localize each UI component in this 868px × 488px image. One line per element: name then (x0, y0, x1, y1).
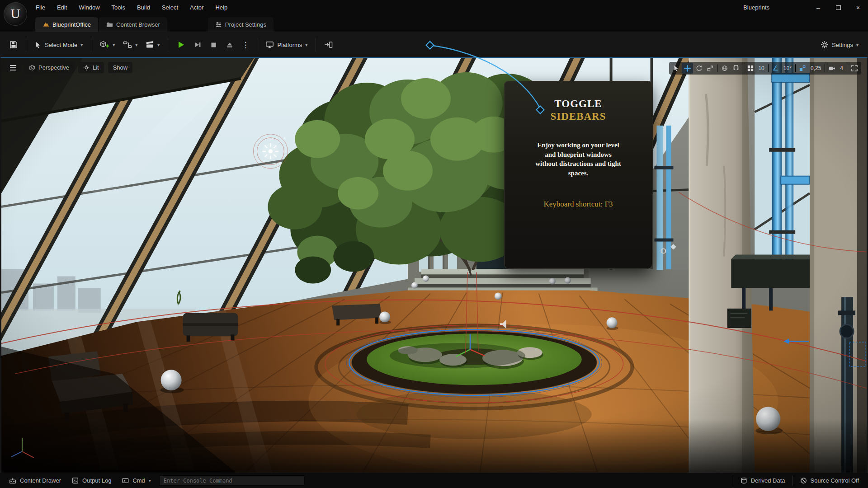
monitor-icon (265, 41, 274, 49)
tab-label: Content Browser (116, 21, 160, 28)
sliders-icon (215, 21, 222, 28)
add-cube-icon (99, 40, 109, 49)
maximize-viewport-icon (851, 65, 858, 71)
output-log-label: Output Log (82, 477, 111, 484)
scale-tool[interactable] (704, 63, 716, 74)
menu-actor[interactable]: Actor (184, 0, 209, 15)
source-control-button[interactable]: Source Control Off (795, 473, 864, 488)
cinematics-button[interactable]: ▾ (142, 38, 164, 52)
move-tool[interactable] (682, 63, 693, 74)
maximize-viewport-button[interactable] (849, 63, 860, 74)
play-button[interactable] (172, 37, 189, 52)
select-mode-dropdown[interactable]: Select Mode ▾ (30, 38, 87, 52)
tutorial-title: TOGGLE (504, 98, 652, 110)
select-tool[interactable] (670, 63, 682, 74)
menubar-right: Blueprints – × (743, 0, 868, 15)
cmd-dropdown[interactable]: Cmd ▾ (117, 473, 156, 488)
save-icon (9, 41, 18, 49)
scale-snap-toggle[interactable] (797, 63, 808, 74)
maximize-button[interactable] (828, 0, 848, 15)
tab-project-settings[interactable]: Project Settings (208, 17, 274, 32)
platforms-dropdown[interactable]: Platforms ▾ (261, 38, 311, 52)
add-actor-button[interactable]: ▾ (95, 37, 119, 52)
menu-items: File Edit Window Tools Build Select Acto… (30, 0, 233, 15)
close-button[interactable]: × (848, 0, 868, 15)
rotate-tool[interactable] (693, 63, 704, 74)
menu-window[interactable]: Window (73, 0, 105, 15)
tab-label: Project Settings (225, 21, 266, 28)
grid-icon (747, 65, 754, 71)
chevron-down-icon: ▾ (80, 42, 83, 47)
source-control-label: Source Control Off (811, 477, 859, 484)
unreal-logo[interactable]: U (4, 2, 27, 26)
blueprints-button[interactable]: ▾ (119, 38, 142, 52)
console-command-input[interactable] (159, 475, 305, 486)
viewport-toolbar-separator (825, 64, 825, 72)
skip-frame-icon (193, 41, 202, 49)
grid-snap-value[interactable]: 10 (756, 65, 766, 71)
move-icon (684, 65, 691, 72)
scale-snap-value[interactable]: 0,25 (808, 65, 823, 71)
viewport-toolbar-separator (847, 64, 847, 72)
angle-icon: ∠ (773, 64, 778, 72)
rotation-snap-value[interactable]: 10° (781, 65, 794, 71)
tab-content-browser[interactable]: Content Browser (99, 17, 167, 32)
unreal-logo-glyph: U (10, 6, 20, 21)
cmd-label: Cmd (132, 477, 145, 484)
derived-data-button[interactable]: Derived Data (735, 473, 791, 488)
lit-icon (83, 65, 90, 71)
lit-mode-dropdown[interactable]: Lit (78, 62, 104, 73)
grid-snap-toggle[interactable] (745, 63, 756, 74)
blueprint-icon (123, 41, 132, 49)
play-options-menu[interactable]: ⋮ (238, 40, 253, 50)
derived-data-label: Derived Data (751, 477, 785, 484)
main-toolbar: Select Mode ▾ ▾ ▾ ▾ ⋮ (0, 32, 868, 57)
viewport-controls-left: Perspective Lit Show (6, 62, 132, 73)
menu-file[interactable]: File (30, 0, 51, 15)
stop-icon (210, 41, 217, 49)
content-drawer-button[interactable]: Content Drawer (4, 473, 66, 488)
clapperboard-icon (146, 41, 154, 49)
camera-speed-value[interactable]: 4 (838, 65, 845, 71)
rotation-snap-toggle[interactable]: ∠ (770, 63, 781, 74)
camera-speed-control[interactable] (826, 63, 838, 74)
show-flags-dropdown[interactable]: Show (108, 62, 133, 73)
surface-snap-toggle[interactable] (730, 63, 741, 74)
menu-tools[interactable]: Tools (106, 0, 131, 15)
frame-skip-button[interactable] (189, 38, 206, 52)
menu-help[interactable]: Help (209, 0, 233, 15)
output-log-button[interactable]: Output Log (66, 473, 117, 488)
minimize-button[interactable]: – (808, 0, 828, 15)
eject-button[interactable] (222, 38, 238, 52)
menu-select[interactable]: Select (156, 0, 184, 15)
save-button[interactable] (5, 38, 22, 52)
level-viewport[interactable]: Perspective Lit Show (0, 57, 868, 473)
content-drawer-label: Content Drawer (20, 477, 61, 484)
perspective-dropdown[interactable]: Perspective (24, 62, 74, 73)
tutorial-shortcut: Keyboard shortcut: F3 (504, 200, 652, 209)
toolbar-separator (316, 38, 316, 52)
menu-edit[interactable]: Edit (51, 0, 73, 15)
perspective-cube-icon (29, 65, 35, 71)
viewport-scene[interactable] (1, 58, 867, 473)
statusbar-separator (793, 476, 793, 486)
stop-button[interactable] (206, 38, 222, 52)
vignette (1, 58, 867, 473)
status-bar: Content Drawer Output Log Cmd ▾ Derived … (0, 473, 868, 488)
toggle-sidebars-button[interactable] (320, 38, 337, 52)
rotate-ic (696, 65, 702, 71)
tutorial-body: Enjoy working on your level and blueprin… (535, 141, 622, 178)
scale-icon (707, 65, 713, 71)
world-space-toggle[interactable] (719, 63, 730, 74)
tab-blueprint-office[interactable]: BlueprintOffice (35, 17, 98, 32)
viewport-options-menu[interactable] (6, 63, 20, 73)
settings-dropdown[interactable]: Settings ▾ (816, 38, 863, 52)
statusbar-separator (733, 476, 733, 486)
chevron-down-icon: ▾ (149, 478, 151, 483)
toolbar-separator (257, 38, 257, 52)
viewport-controls-right: 10 ∠ 10° 0,25 4 (669, 62, 861, 75)
menu-build[interactable]: Build (131, 0, 156, 15)
tutorial-popup: TOGGLE SIDEBARS Enjoy working on your le… (504, 81, 652, 269)
chevron-down-icon: ▾ (157, 42, 160, 47)
platforms-label: Platforms (277, 42, 302, 48)
